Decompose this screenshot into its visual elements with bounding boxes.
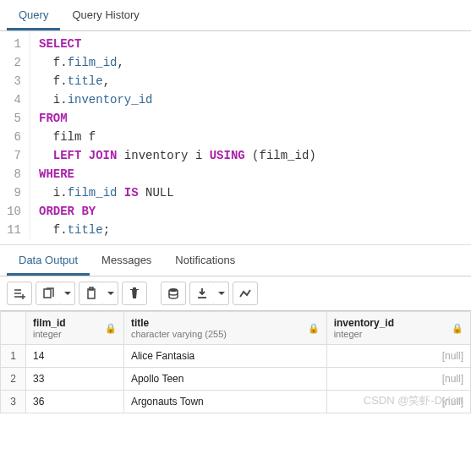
copy-icon [41,287,55,300]
download-icon [195,287,209,300]
query-tabs: Query Query History [0,0,471,31]
chevron-down-icon [215,287,228,300]
line-number: 11 [0,221,21,239]
lock-icon: 🔒 [308,323,320,334]
cell-title[interactable]: Argonauts Town [123,391,326,413]
tab-data-output[interactable]: Data Output [7,245,90,276]
cell-title[interactable]: Apollo Teen [123,368,326,391]
row-number: 2 [1,368,26,391]
svg-rect-5 [44,289,51,298]
line-number: 9 [0,183,21,202]
delete-button[interactable] [122,282,147,305]
cell-film-id[interactable]: 14 [26,345,124,368]
corner-cell [1,312,26,345]
line-number: 6 [0,128,21,146]
row-number: 1 [1,345,26,368]
save-data-button[interactable] [161,282,186,305]
line-number: 3 [0,72,21,90]
line-number: 5 [0,109,21,128]
cell-title[interactable]: Alice Fantasia [123,345,326,368]
results-grid: film_id integer 🔒 title character varyin… [0,311,471,413]
line-number: 4 [0,90,21,109]
lock-icon: 🔒 [105,323,117,334]
tab-messages[interactable]: Messages [90,245,163,276]
chevron-down-icon [61,287,74,300]
column-header-film-id[interactable]: film_id integer 🔒 [26,312,124,345]
column-header-title[interactable]: title character varying (255) 🔒 [123,312,326,345]
table-row[interactable]: 2 33 Apollo Teen [null] [1,368,471,391]
sql-editor[interactable]: 1 2 3 4 5 6 7 8 9 10 11 SELECT f.film_id… [0,31,471,245]
paste-button[interactable] [79,282,104,305]
cell-inventory-id[interactable]: [null] [326,368,470,391]
cell-film-id[interactable]: 33 [26,368,124,391]
tab-notifications[interactable]: Notifications [163,245,247,276]
line-number: 8 [0,165,21,183]
add-row-icon [13,287,26,300]
tab-query-history[interactable]: Query History [60,0,151,30]
paste-icon [85,287,98,300]
line-number: 2 [0,53,21,72]
column-header-inventory-id[interactable]: inventory_id integer 🔒 [326,312,470,345]
line-number: 1 [0,35,21,53]
results-toolbar [0,276,471,311]
row-number: 3 [1,391,26,413]
chart-icon [238,287,252,300]
cell-inventory-id[interactable]: [null] [326,391,470,413]
paste-dropdown[interactable] [103,282,118,305]
copy-button[interactable] [36,282,61,305]
add-row-button[interactable] [7,282,32,305]
line-gutter: 1 2 3 4 5 6 7 8 9 10 11 [0,31,30,239]
output-tabs: Data Output Messages Notifications [0,245,471,276]
table-row[interactable]: 1 14 Alice Fantasia [null] [1,345,471,368]
database-icon [167,287,180,300]
download-button[interactable] [189,282,215,305]
table-row[interactable]: 3 36 Argonauts Town [null] [1,391,471,413]
chart-button[interactable] [233,282,258,305]
lock-icon: 🔒 [452,323,463,334]
svg-point-8 [169,288,178,292]
tab-query[interactable]: Query [7,0,60,30]
cell-inventory-id[interactable]: [null] [326,345,470,368]
line-number: 10 [0,202,21,221]
line-number: 7 [0,146,21,165]
code-area[interactable]: SELECT f.film_id, f.title, i.inventory_i… [30,31,471,239]
download-dropdown[interactable] [214,282,229,305]
chevron-down-icon [104,287,118,300]
trash-icon [128,287,141,300]
cell-film-id[interactable]: 36 [26,391,124,413]
copy-dropdown[interactable] [60,282,75,305]
